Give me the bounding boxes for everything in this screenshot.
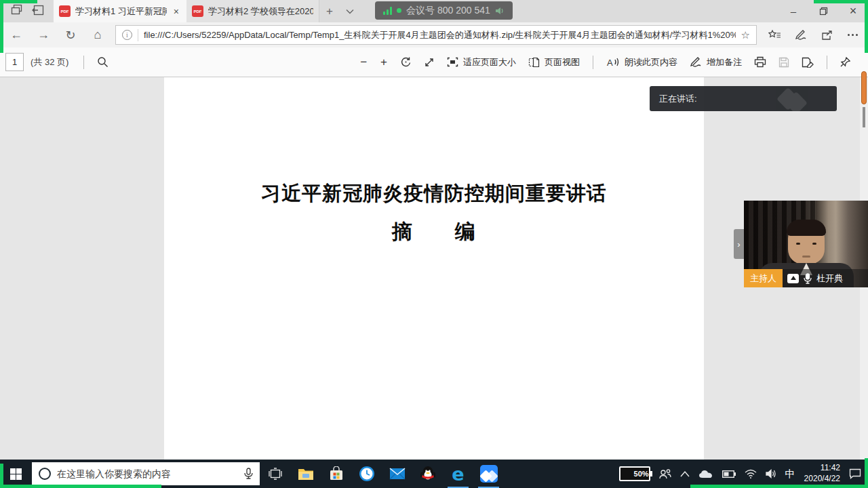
taskbar: e 50% 中 11:42 2020/4/22 — [0, 460, 868, 488]
action-center-icon[interactable] — [849, 468, 861, 479]
document-title-line2: 摘 编 — [164, 207, 704, 246]
set-tabs-aside-icon[interactable] — [11, 4, 22, 18]
participant-name: 杜开典 — [816, 272, 843, 285]
window-controls: – × — [778, 0, 868, 22]
tray-battery-icon[interactable] — [722, 470, 736, 478]
web-note-pen-icon[interactable] — [788, 30, 814, 41]
speaker-icon — [495, 7, 505, 15]
signal-strength-icon — [383, 7, 392, 15]
home-button[interactable]: ⌂ — [84, 28, 111, 42]
video-collapse-button[interactable]: › — [734, 229, 744, 259]
close-button[interactable]: × — [838, 0, 868, 22]
more-options-icon[interactable] — [840, 34, 865, 36]
pdf-file-icon: PDF — [192, 5, 203, 17]
wifi-icon[interactable] — [745, 469, 757, 479]
svg-text:A: A — [607, 58, 613, 68]
onedrive-cloud-icon[interactable] — [698, 469, 713, 479]
alarms-clock-icon[interactable] — [351, 460, 382, 488]
now-speaking-overlay: 正在讲话: — [650, 86, 837, 111]
browser-titlebar: PDF 学习材料1 习近平新冠肺 × PDF 学习材料2 学校领导在2020 +… — [0, 0, 868, 22]
page-number-input[interactable]: 1 — [5, 53, 24, 71]
volume-icon[interactable] — [766, 469, 776, 479]
titlebar-left-icons — [0, 0, 54, 22]
microsoft-store-icon[interactable] — [321, 460, 351, 488]
search-input[interactable] — [57, 468, 238, 479]
video-bar-info: 杜开典 — [783, 269, 868, 287]
cortana-circle-icon — [39, 468, 51, 480]
minimize-button[interactable]: – — [778, 0, 808, 22]
clock-time: 11:42 — [821, 463, 840, 472]
windows-logo-icon — [10, 468, 22, 480]
tab-list-chevron-icon[interactable] — [340, 0, 360, 22]
add-notes-button[interactable]: 增加备注 — [690, 56, 742, 68]
people-icon[interactable] — [659, 468, 671, 479]
pdf-file-icon: PDF — [59, 5, 71, 17]
pdf-toolbar: 1 (共 32 页) − + 适应页面大小 页面视图 A 朗读此页内容 — [0, 47, 868, 77]
meeting-id-pill[interactable]: 会议号 800 200 541 — [375, 1, 513, 20]
host-badge: 主持人 — [744, 269, 783, 287]
zoom-in-button[interactable]: + — [380, 56, 387, 69]
save-as-button[interactable] — [802, 57, 814, 68]
tab-preview-icon[interactable] — [32, 5, 44, 18]
battery-percent-widget[interactable]: 50% — [619, 466, 650, 481]
scrollbar-marker — [863, 107, 865, 127]
read-aloud-button[interactable]: A 朗读此页内容 — [606, 56, 677, 68]
tab-study-material-1[interactable]: PDF 学习材料1 习近平新冠肺 × — [54, 0, 186, 22]
screen: PDF 学习材料1 习近平新冠肺 × PDF 学习材料2 学校领导在2020 +… — [0, 0, 868, 488]
clock-date: 2020/4/22 — [804, 474, 840, 483]
mail-icon[interactable] — [382, 460, 412, 488]
task-view-button[interactable] — [260, 460, 290, 488]
meeting-id-label: 会议号 800 200 541 — [406, 5, 490, 17]
microphone-icon — [804, 273, 812, 284]
add-notes-label: 增加备注 — [707, 56, 742, 68]
share-icon[interactable] — [814, 30, 840, 41]
battery-percent-label: 50% — [634, 470, 649, 478]
edge-browser-icon[interactable]: e — [443, 460, 473, 488]
address-input[interactable]: i file:///C:/Users/52259/AppData/Local/T… — [115, 25, 757, 45]
expand-button[interactable] — [424, 57, 435, 68]
scrollbar-thumb[interactable] — [861, 71, 867, 104]
tab-study-material-2[interactable]: PDF 学习材料2 学校领导在2020 — [186, 0, 319, 22]
divider — [593, 56, 593, 69]
hub-favorites-icon[interactable] — [762, 30, 788, 41]
page-info-icon[interactable]: i — [122, 30, 132, 40]
qq-icon[interactable] — [412, 460, 443, 488]
divider — [138, 29, 138, 41]
participant-video-panel[interactable]: › 主持人 杜开典 — [744, 201, 868, 287]
divider — [83, 56, 84, 69]
fit-page-button[interactable]: 适应页面大小 — [447, 56, 516, 68]
pdf-page: 习近平新冠肺炎疫情防控期间重要讲话 摘 编 — [164, 77, 704, 460]
tencent-meeting-icon[interactable] — [473, 460, 504, 488]
taskbar-search[interactable] — [32, 462, 260, 485]
print-button[interactable] — [754, 56, 766, 68]
hidden-icons-chevron[interactable] — [680, 471, 690, 477]
rotate-button[interactable] — [400, 56, 412, 68]
system-tray: 50% 中 11:42 2020/4/22 — [619, 463, 868, 484]
page-view-label: 页面视图 — [545, 56, 580, 68]
page-view-button[interactable]: 页面视图 — [528, 56, 580, 68]
divider — [827, 56, 827, 69]
tab-close-icon[interactable]: × — [172, 6, 181, 17]
new-tab-button[interactable]: + — [319, 0, 340, 22]
screen-share-icon — [787, 274, 799, 283]
now-speaking-label: 正在讲话: — [659, 93, 697, 105]
taskbar-clock[interactable]: 11:42 2020/4/22 — [804, 463, 840, 484]
start-button[interactable] — [0, 460, 32, 488]
url-text[interactable]: file:///C:/Users/52259/AppData/Local/Tem… — [144, 29, 736, 41]
pdf-content-area[interactable]: 习近平新冠肺炎疫情防控期间重要讲话 摘 编 — [0, 77, 868, 460]
favorite-star-icon[interactable]: ☆ — [741, 29, 750, 41]
page-count-label: (共 32 页) — [31, 56, 68, 68]
file-explorer-icon[interactable] — [290, 460, 321, 488]
search-mic-icon[interactable] — [244, 468, 253, 480]
ime-indicator[interactable]: 中 — [785, 468, 795, 481]
forward-button[interactable]: → — [30, 28, 57, 42]
restore-button[interactable] — [808, 0, 838, 22]
status-dot-icon — [397, 8, 401, 13]
save-button[interactable] — [778, 57, 789, 68]
zoom-out-button[interactable]: − — [360, 56, 367, 69]
back-button[interactable]: ← — [3, 28, 30, 42]
refresh-button[interactable]: ↻ — [57, 28, 84, 43]
fit-page-label: 适应页面大小 — [463, 56, 516, 68]
pin-toolbar-button[interactable] — [840, 57, 850, 68]
find-in-page-icon[interactable] — [97, 56, 108, 68]
